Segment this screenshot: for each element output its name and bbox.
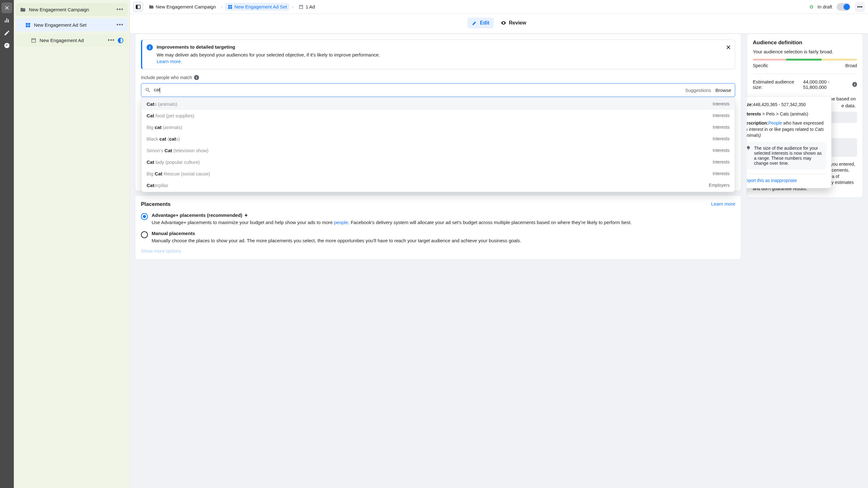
center-column: i Improvements to detailed targeting We … — [135, 34, 741, 483]
detailed-targeting-card: i Improvements to detailed targeting We … — [135, 34, 741, 191]
more-icon[interactable]: ••• — [117, 6, 123, 13]
tab-review[interactable]: Review — [496, 18, 530, 28]
breadcrumb: New Engagement Campaign › New Engagement… — [146, 3, 317, 11]
manual-body: Manually choose the places to show your … — [152, 237, 521, 244]
advantage-body-b: . Facebook's delivery system will alloca… — [348, 220, 631, 225]
more-icon[interactable]: ••• — [117, 22, 123, 28]
targeting-improvement-banner: i Improvements to detailed targeting We … — [141, 39, 735, 69]
scale-broad: Broad — [845, 63, 857, 68]
info-icon: i — [147, 44, 153, 51]
pencil-icon[interactable] — [2, 28, 12, 38]
report-inappropriate-link[interactable]: Report this as inappropriate — [747, 174, 826, 183]
left-rail — [0, 0, 14, 488]
banner-title: Improvements to detailed targeting — [157, 44, 722, 50]
radio-on-icon[interactable] — [141, 213, 148, 220]
browse-link[interactable]: Browse — [715, 88, 731, 93]
tip-path-rest: > Pets > Cats (animals) — [761, 111, 808, 117]
right-column: Audience definition Your audience select… — [747, 34, 863, 483]
chevron-right-icon: › — [292, 4, 293, 9]
more-icon[interactable]: ••• — [855, 2, 865, 12]
crumb-campaign[interactable]: New Engagement Campaign — [146, 3, 218, 11]
svg-rect-1 — [136, 5, 137, 9]
crumb-adset-label: New Engagement Ad Set — [235, 4, 287, 9]
scale-specific: Specific — [753, 63, 768, 68]
suggestion-item[interactable]: Big cat (animals)Interests — [142, 122, 735, 133]
include-match-label: Include people who match i — [141, 75, 735, 80]
tip-path-label: Interests — [747, 111, 761, 117]
suggestion-item[interactable]: Cat lady (popular culture)Interests — [142, 156, 735, 168]
close-icon[interactable] — [2, 2, 12, 13]
suggestion-item[interactable]: Big Cat Rescue (social cause)Interests — [142, 168, 735, 180]
more-icon[interactable]: ••• — [108, 37, 115, 44]
tip-desc-label: Description: — [747, 121, 769, 126]
info-icon[interactable]: i — [852, 82, 857, 87]
campaign-tree: New Engagement Campaign ••• New Engageme… — [14, 0, 130, 488]
targeting-dropdown: Cats (animals)Interests Cat food (pet su… — [141, 98, 735, 192]
editor-main: New Engagement Campaign › New Engagement… — [130, 0, 868, 488]
est-size-label: Estimated audience size: — [753, 79, 801, 90]
audience-desc: Your audience selection is fairly broad. — [753, 49, 857, 54]
search-input[interactable]: cat — [154, 87, 160, 93]
collapse-panel-icon[interactable] — [133, 2, 143, 12]
advantage-body-a: Use Advantage+ placements to maximize yo… — [152, 220, 334, 225]
banner-learn-more-link[interactable]: Learn more. — [157, 59, 182, 64]
tab-edit-label: Edit — [480, 20, 489, 26]
chart-icon[interactable] — [2, 15, 12, 26]
placements-card: Placements Learn more Advantage+ placeme… — [135, 195, 741, 260]
tip-desc-link[interactable]: People — [769, 121, 782, 126]
placements-option-advantage[interactable]: Advantage+ placements (recommended) ✦ Us… — [141, 213, 735, 226]
tree-ad-label: New Engagement Ad — [39, 38, 104, 43]
note-fragment-2: e data. — [841, 103, 856, 108]
crumb-adset[interactable]: New Engagement Ad Set — [225, 3, 290, 11]
crumb-ad[interactable]: 1 Ad — [296, 3, 317, 11]
close-icon[interactable]: ✕ — [726, 44, 731, 51]
show-more-options-link[interactable]: Show more options — [141, 248, 735, 254]
tab-edit[interactable]: Edit — [467, 18, 494, 28]
clock-icon[interactable] — [2, 40, 12, 51]
tip-size-label: Size: — [747, 102, 753, 107]
search-icon — [145, 87, 151, 93]
topbar: New Engagement Campaign › New Engagement… — [130, 0, 868, 14]
tree-campaign-row[interactable]: New Engagement Campaign ••• — [16, 3, 128, 16]
audience-title: Audience definition — [753, 39, 857, 46]
info-icon[interactable]: i — [194, 75, 199, 80]
tree-adset-row[interactable]: New Engagement Ad Set ••• — [16, 19, 128, 31]
people-link[interactable]: people — [334, 220, 348, 225]
suggestion-item[interactable]: Black cat (cats)Interests — [142, 133, 735, 145]
chevron-right-icon: › — [221, 4, 223, 9]
suggestion-item[interactable]: Cats (animals)Interests — [142, 98, 735, 110]
draft-status-label: In draft — [817, 4, 832, 9]
placements-option-manual[interactable]: Manual placements Manually choose the pl… — [141, 231, 735, 244]
tree-adset-label: New Engagement Ad Set — [34, 22, 113, 28]
tree-ad-row[interactable]: New Engagement Ad ••• — [16, 34, 128, 47]
suggestion-item[interactable]: Cattle (livestock)Interests — [142, 191, 735, 192]
suggestion-item[interactable]: CaterpillarEmployers — [142, 180, 735, 191]
svg-rect-2 — [300, 5, 303, 8]
sparkle-icon: ✦ — [244, 213, 248, 218]
suggestions-link[interactable]: Suggestions — [685, 88, 711, 93]
interest-tooltip: Size:448,420,365 - 527,342,350 Interests… — [747, 96, 832, 188]
placements-title: Placements — [141, 201, 735, 207]
tip-hint: The size of the audience for your select… — [754, 145, 822, 166]
suggestion-item[interactable]: Simon's Cat (television show)Interests — [142, 145, 735, 156]
adset-toggle[interactable] — [837, 3, 850, 11]
banner-body: We may deliver ads beyond your audiences… — [157, 52, 380, 58]
tip-size-value: 448,420,365 - 527,342,350 — [753, 102, 806, 107]
tab-review-label: Review — [509, 20, 526, 26]
crumb-ad-label: 1 Ad — [305, 4, 315, 9]
est-size-value: 44,000,000 - 51,800,000 — [803, 79, 850, 90]
progress-half-icon — [118, 38, 123, 43]
placements-learn-more-link[interactable]: Learn more — [711, 201, 735, 206]
suggestion-item[interactable]: Cat food (pet supplies)Interests — [142, 110, 735, 122]
radio-off-icon[interactable] — [141, 231, 148, 238]
editor-tabs: Edit Review — [130, 14, 868, 34]
advantage-title: Advantage+ placements (recommended) — [152, 213, 242, 218]
tree-campaign-label: New Engagement Campaign — [29, 7, 113, 12]
crumb-campaign-label: New Engagement Campaign — [156, 4, 216, 9]
lightbulb-icon — [747, 145, 751, 151]
manual-title: Manual placements — [152, 231, 521, 236]
audience-meter — [753, 59, 857, 61]
draft-status-icon — [810, 5, 813, 8]
targeting-search-combo: cat Suggestions Browse Cats (animals)Int… — [141, 83, 735, 97]
